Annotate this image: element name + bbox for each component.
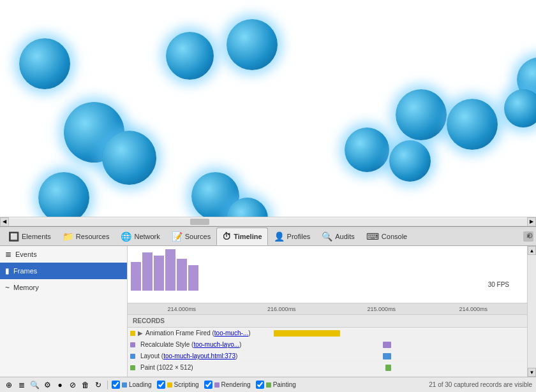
records-area: RECORDS ▶Animation Frame Fired (too-much… bbox=[128, 315, 527, 377]
sidebar-item-memory[interactable]: ~Memory bbox=[0, 279, 127, 296]
status-icon-add[interactable]: ⊕ bbox=[4, 380, 14, 390]
checkbox-loading[interactable] bbox=[112, 381, 120, 389]
record-rows: ▶Animation Frame Fired (too-much-...)Rec… bbox=[128, 328, 527, 377]
tab-console[interactable]: ⌨Console bbox=[361, 228, 413, 245]
sidebar-item-events[interactable]: ≣Events bbox=[0, 246, 127, 263]
status-icon-gear[interactable]: ⚙ bbox=[42, 380, 52, 390]
time-marker-2: 215.000ms bbox=[368, 306, 396, 312]
record-bar-area-3 bbox=[255, 362, 527, 373]
ts-track[interactable] bbox=[528, 255, 536, 368]
sidebar-item-frames[interactable]: ▮Frames bbox=[0, 263, 127, 279]
tab-network[interactable]: 🌐Network bbox=[115, 228, 165, 245]
record-bar-1 bbox=[383, 342, 391, 348]
viewport-scrollbar[interactable]: ◀ ▶ bbox=[0, 217, 536, 226]
tab-sources[interactable]: 📝Sources bbox=[166, 228, 216, 245]
timeline-main: 30 FPS 214.000ms216.000ms215.000ms214.00… bbox=[128, 246, 527, 377]
bubble-2 bbox=[102, 131, 156, 185]
tab-icon-resources: 📁 bbox=[63, 231, 73, 242]
record-bar-0 bbox=[274, 330, 341, 337]
record-row-2: Layout (too-much-layout.html:373) bbox=[128, 351, 527, 362]
tab-resources[interactable]: 📁Resources bbox=[57, 228, 115, 245]
devtools-sidebar: ≣Events▮Frames~Memory bbox=[0, 246, 128, 377]
bubble-10 bbox=[396, 89, 447, 140]
time-marker-0: 214.000ms bbox=[168, 306, 197, 312]
bubble-11 bbox=[447, 99, 498, 150]
checkbox-painting[interactable] bbox=[256, 381, 264, 389]
time-ruler: 214.000ms216.000ms215.000ms214.000ms bbox=[128, 303, 527, 315]
record-label-2: Layout (too-much-layout.html:373) bbox=[140, 352, 255, 359]
ts-down-arrow[interactable]: ▼ bbox=[528, 368, 536, 377]
bubble-4 bbox=[166, 32, 214, 80]
record-row-1: Recalculate Style (too-much-layo...) bbox=[128, 339, 527, 351]
timeline-bar-0 bbox=[131, 262, 141, 291]
record-label-1: Recalculate Style (too-much-layo...) bbox=[140, 341, 255, 348]
checkbox-label-scripting[interactable]: Scripting bbox=[157, 381, 199, 389]
record-label-3: Paint (1022 × 512) bbox=[140, 364, 255, 371]
status-icon-list[interactable]: ≣ bbox=[17, 380, 27, 390]
devtools-tabs-bar: 🔲Elements📁Resources🌐Network📝Sources⏱Time… bbox=[0, 227, 536, 246]
devtools-content: ≣Events▮Frames~Memory 30 FPS 214.000ms21… bbox=[0, 246, 536, 377]
record-bar-2 bbox=[383, 353, 391, 359]
scroll-left-arrow[interactable]: ◀ bbox=[0, 217, 9, 226]
records-label: RECORDS bbox=[130, 316, 167, 326]
tab-icon-console: ⌨ bbox=[366, 231, 379, 242]
status-icon-trash[interactable]: 🗑 bbox=[80, 380, 91, 390]
bubble-5 bbox=[227, 19, 278, 70]
record-row-3: Paint (1022 × 512) bbox=[128, 362, 527, 374]
tab-icon-profiles: 👤 bbox=[274, 231, 285, 242]
sidebar-icon-events: ≣ bbox=[5, 250, 11, 259]
sidebar-icon-frames: ▮ bbox=[5, 266, 10, 275]
tab-audits[interactable]: 🔍Audits bbox=[316, 228, 361, 245]
tab-profiles[interactable]: 👤Profiles bbox=[268, 228, 316, 245]
tab-timeline[interactable]: ⏱Timeline bbox=[216, 228, 267, 245]
records-header: RECORDS bbox=[128, 315, 527, 328]
status-icon-record[interactable]: ● bbox=[55, 380, 65, 390]
status-icon-refresh[interactable]: ↻ bbox=[93, 380, 103, 390]
record-bar-area-0 bbox=[260, 328, 527, 338]
status-icon-search[interactable]: 🔍 bbox=[29, 380, 40, 390]
fps-label: 30 FPS bbox=[488, 281, 509, 288]
status-bar: ⊕ ≣ 🔍 ⚙ ● ⊘ 🗑 ↻ LoadingScriptingRenderin… bbox=[0, 377, 536, 392]
scroll-right-arrow[interactable]: ▶ bbox=[527, 217, 536, 226]
checkbox-text-scripting: Scripting bbox=[174, 381, 199, 388]
gear-icon[interactable]: ⚙ bbox=[526, 231, 533, 240]
bubble-13 bbox=[504, 89, 536, 127]
checkbox-text-painting: Painting bbox=[273, 381, 296, 388]
tab-icon-elements: 🔲 bbox=[8, 231, 19, 242]
timeline-bar-5 bbox=[188, 265, 198, 291]
record-color-2 bbox=[130, 354, 135, 359]
timeline-bar-2 bbox=[154, 256, 164, 291]
scroll-track[interactable] bbox=[9, 219, 527, 225]
bubble-8 bbox=[345, 127, 389, 172]
checkbox-label-loading[interactable]: Loading bbox=[112, 381, 152, 389]
record-bar-area-2 bbox=[255, 351, 527, 361]
checkbox-rendering[interactable] bbox=[204, 381, 212, 389]
checkbox-label-rendering[interactable]: Rendering bbox=[204, 381, 251, 389]
sidebar-icon-memory: ~ bbox=[5, 283, 10, 292]
checkbox-color-painting bbox=[266, 382, 271, 388]
tab-elements[interactable]: 🔲Elements bbox=[3, 228, 57, 245]
checkbox-label-painting[interactable]: Painting bbox=[256, 381, 296, 389]
checkbox-text-loading: Loading bbox=[129, 381, 152, 388]
tab-icon-sources: 📝 bbox=[172, 231, 182, 242]
timeline-bar-1 bbox=[142, 252, 153, 291]
timeline-bar-3 bbox=[165, 249, 175, 291]
scroll-thumb[interactable] bbox=[190, 219, 209, 225]
record-color-0 bbox=[130, 331, 135, 336]
checkbox-scripting[interactable] bbox=[157, 381, 165, 389]
checkbox-color-scripting bbox=[167, 382, 172, 388]
checkboxes-container: LoadingScriptingRenderingPainting bbox=[112, 381, 296, 389]
checkbox-text-rendering: Rendering bbox=[221, 381, 251, 388]
record-color-1 bbox=[130, 342, 135, 347]
ts-up-arrow[interactable]: ▲ bbox=[528, 246, 536, 255]
record-bar-3 bbox=[385, 365, 391, 371]
bubble-9 bbox=[389, 140, 431, 182]
record-row-0: ▶Animation Frame Fired (too-much-...) bbox=[128, 328, 527, 339]
record-label-0: Animation Frame Fired (too-much-...) bbox=[145, 330, 260, 337]
time-marker-1: 216.000ms bbox=[267, 306, 296, 312]
time-marker-3: 214.000ms bbox=[459, 306, 488, 312]
status-text: 21 of 30 captured records are visible bbox=[429, 381, 532, 388]
timeline-scrollbar[interactable]: ▲ ▼ bbox=[527, 246, 536, 377]
status-icon-stop[interactable]: ⊘ bbox=[68, 380, 78, 390]
record-expand-0[interactable]: ▶ bbox=[138, 330, 143, 337]
